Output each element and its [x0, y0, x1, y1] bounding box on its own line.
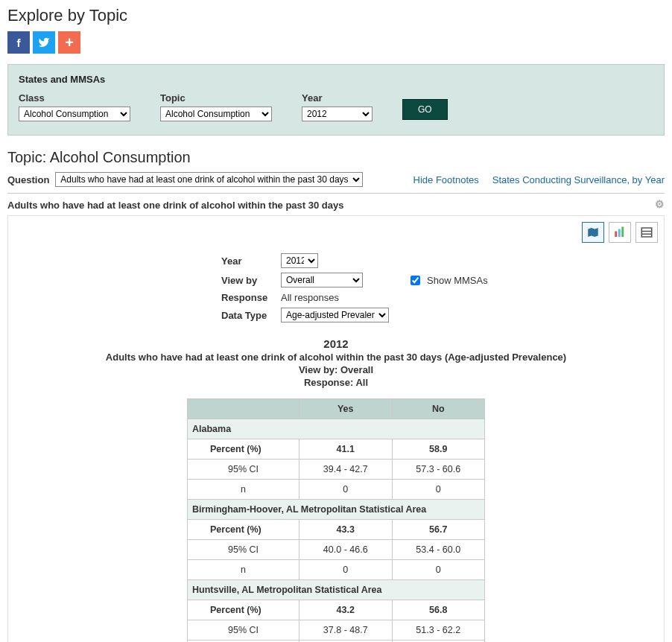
class-label: Class: [19, 92, 130, 104]
cell-yes: 40.0 - 46.6: [299, 540, 393, 560]
year-label: Year: [302, 92, 373, 104]
col-blank: [188, 399, 299, 419]
go-button[interactable]: GO: [402, 99, 448, 120]
cell-no: 56.8: [392, 600, 485, 620]
show-mmsas-label: Show MMSAs: [427, 275, 488, 286]
ctrl-year-label: Year: [221, 255, 281, 267]
ctrl-year-select[interactable]: 2012: [281, 253, 318, 268]
show-mmsas-checkbox[interactable]: [411, 276, 420, 285]
cell-no: 57.3 - 60.6: [392, 460, 485, 480]
cell-yes: 41.1: [299, 439, 393, 460]
metric-pct: Percent (%): [188, 520, 299, 540]
metric-ci: 95% CI: [188, 620, 299, 641]
svg-rect-0: [615, 232, 617, 238]
cell-no: 53.4 - 60.0: [392, 540, 485, 560]
cell-yes: 0: [299, 480, 393, 500]
ctrl-response-value: All responses: [281, 292, 339, 303]
svg-rect-3: [641, 228, 652, 237]
share-row: f +: [7, 31, 665, 54]
table-response: Response: All: [14, 377, 658, 388]
hide-footnotes-link[interactable]: Hide Footnotes: [413, 174, 479, 185]
panel-title: States and MMSAs: [19, 74, 653, 85]
group-name: Alabama: [188, 419, 485, 439]
group-name: Birmingham-Hoover, AL Metropolitan Stati…: [188, 500, 485, 520]
topic-prefix: Topic:: [7, 149, 50, 165]
year-select[interactable]: 2012: [302, 107, 373, 121]
cell-yes: 43.2: [299, 600, 393, 620]
page-title: Explore by Topic: [7, 6, 665, 25]
metric-n: n: [188, 480, 299, 500]
ctrl-viewby-label: View by: [221, 275, 281, 286]
ctrl-datatype-label: Data Type: [221, 310, 281, 321]
ctrl-datatype-select[interactable]: Age-adjusted Prevalence: [281, 308, 389, 322]
metric-n: n: [188, 560, 299, 580]
question-select[interactable]: Adults who have had at least one drink o…: [55, 172, 363, 187]
table-zone: 2012 Adults who have had at least one dr…: [14, 337, 658, 642]
cell-yes: 39.4 - 42.7: [299, 460, 393, 480]
result-title: Adults who have had at least one drink o…: [7, 194, 665, 215]
table-viewby: View by: Overall: [14, 364, 658, 375]
svg-rect-2: [621, 227, 624, 238]
gear-icon[interactable]: ⚙: [655, 198, 665, 210]
facebook-icon[interactable]: f: [7, 31, 30, 54]
metric-ci: 95% CI: [188, 460, 299, 480]
cell-no: 58.9: [392, 439, 485, 460]
class-select[interactable]: Alcohol Consumption: [19, 107, 130, 121]
data-table: Yes No AlabamaPercent (%)41.158.995% CI3…: [187, 398, 485, 642]
topic-select[interactable]: Alcohol Consumption: [160, 107, 272, 121]
topic-name: Alcohol Consumption: [50, 149, 191, 165]
table-subtitle: Adults who have had at least one drink o…: [14, 352, 658, 363]
result-body: Year 2012 View by Overall Show MMSAs Res…: [7, 215, 665, 642]
metric-pct: Percent (%): [188, 600, 299, 620]
table-view-icon[interactable]: [635, 222, 658, 243]
ctrl-viewby-select[interactable]: Overall: [281, 273, 363, 287]
states-surveillance-link[interactable]: States Conducting Surveillance, by Year: [492, 174, 665, 185]
filter-panel: States and MMSAs Class Alcohol Consumpti…: [7, 64, 665, 136]
question-label: Question: [7, 174, 49, 185]
group-name: Huntsville, AL Metropolitan Statistical …: [188, 580, 485, 600]
result-controls: Year 2012 View by Overall Show MMSAs Res…: [221, 253, 658, 322]
metric-pct: Percent (%): [188, 439, 299, 460]
topic-label: Topic: [160, 92, 272, 104]
cell-yes: 43.3: [299, 520, 393, 540]
topic-heading: Topic: Alcohol Consumption: [7, 149, 665, 166]
question-row: Question Adults who have had at least on…: [7, 172, 665, 194]
cell-yes: 37.8 - 48.7: [299, 620, 393, 641]
metric-ci: 95% CI: [188, 540, 299, 560]
map-view-icon[interactable]: [582, 222, 604, 243]
view-toggle: [14, 222, 658, 243]
col-yes: Yes: [299, 399, 393, 419]
cell-no: 0: [392, 560, 485, 580]
cell-no: 56.7: [392, 520, 485, 540]
ctrl-response-label: Response: [221, 292, 281, 303]
svg-rect-1: [618, 229, 621, 238]
chart-view-icon[interactable]: [609, 222, 631, 243]
table-year: 2012: [14, 337, 658, 350]
twitter-icon[interactable]: [33, 31, 55, 54]
addthis-icon[interactable]: +: [58, 31, 80, 54]
cell-no: 51.3 - 62.2: [392, 620, 485, 641]
cell-yes: 0: [299, 560, 393, 580]
cell-no: 0: [392, 480, 485, 500]
col-no: No: [392, 399, 485, 419]
